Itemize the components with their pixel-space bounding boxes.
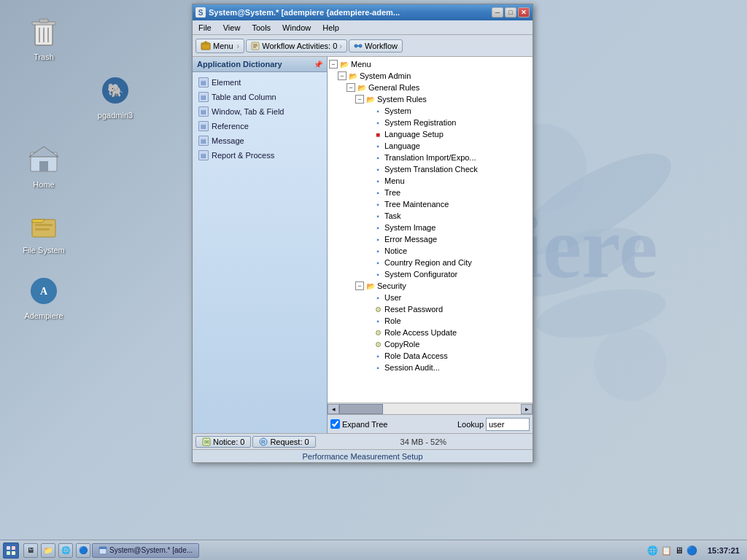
tree-node-country-region-city[interactable]: ▪ Country Region and City — [328, 257, 533, 268]
menu-file[interactable]: File — [196, 23, 214, 33]
tree-node-role-access-update[interactable]: ⚙ Role Access Update — [328, 327, 533, 338]
maximize-button[interactable]: □ — [505, 7, 516, 18]
tree-container[interactable]: − 📂 Menu − 📂 System Admin − 📂 Gen — [328, 57, 533, 402]
taskbar-icon-2[interactable]: 📁 — [41, 543, 55, 558]
desktop-icon-home[interactable]: Home — [15, 142, 73, 189]
taskbar-icon-3[interactable]: 🌐 — [58, 543, 73, 558]
tree-node-general-rules[interactable]: − 📂 General Rules — [328, 82, 533, 93]
tree-node-system-registration[interactable]: ▪ System Registration — [328, 117, 533, 128]
expand-tree-label[interactable]: Expand Tree — [342, 420, 387, 429]
element-icon: ▤ — [198, 77, 209, 88]
tree-node-tree-maintenance[interactable]: ▪ Tree Maintenance — [328, 198, 533, 210]
tree-node-session-audit[interactable]: ▪ Session Audit... — [328, 362, 533, 373]
tree-node-role[interactable]: ▪ Role — [328, 315, 533, 327]
menu-window[interactable]: Window — [279, 23, 314, 33]
notice-icon: ✉ — [202, 438, 211, 446]
tree-label-system-image: System Image — [384, 223, 436, 232]
tree-node-system[interactable]: ▪ System — [328, 105, 533, 117]
scroll-track[interactable] — [339, 404, 521, 414]
taskbar-sys-icon-4[interactable]: 🔵 — [686, 545, 697, 556]
svg-text:🐘: 🐘 — [107, 82, 124, 98]
system-rules-folder-icon: 📂 — [365, 94, 376, 104]
tree-node-security[interactable]: − 📂 Security — [328, 280, 533, 292]
close-button[interactable]: ✕ — [518, 7, 530, 18]
app-window: S System@System.* [adempiere {adempiere-… — [192, 4, 533, 463]
svg-rect-35 — [7, 546, 10, 550]
taskbar-start-button[interactable] — [3, 542, 19, 559]
tree-node-language-setup[interactable]: ■ Language Setup — [328, 128, 533, 140]
desktop-icon-trash[interactable]: Trash — [15, 15, 73, 61]
taskbar-window-button[interactable]: System@System.* [ade... — [92, 543, 199, 558]
menu-help[interactable]: Help — [320, 23, 342, 33]
horizontal-scrollbar[interactable]: ◂ ▸ — [328, 402, 533, 414]
country-region-city-item-icon: ▪ — [373, 257, 383, 268]
tree-label-role: Role — [384, 316, 401, 325]
taskbar-sys-icon-1[interactable]: 🌐 — [647, 545, 658, 556]
tree-node-translation-import-export[interactable]: ▪ Translation Import/Expo... — [328, 152, 533, 163]
menu-tools[interactable]: Tools — [249, 23, 274, 33]
tree-node-notice[interactable]: ▪ Notice — [328, 245, 533, 257]
lookup-input[interactable] — [486, 418, 530, 431]
left-panel-item-element[interactable]: ▤ Element — [193, 75, 327, 90]
toolbar-workflow-button[interactable]: Workflow — [349, 39, 403, 52]
menu-bar: File View Tools Window Help — [193, 20, 533, 35]
system-image-item-icon: ▪ — [373, 222, 383, 233]
expand-tree-checkbox[interactable] — [330, 419, 340, 429]
taskbar-right: 🌐 📋 🖥 🔵 15:37:21 — [647, 545, 744, 556]
left-panel-item-reference[interactable]: ▤ Reference — [193, 119, 327, 133]
svg-rect-16 — [39, 161, 48, 171]
taskbar-sys-icon-2[interactable]: 📋 — [661, 545, 672, 556]
tree-node-menu[interactable]: − 📂 Menu — [328, 58, 533, 70]
tree-node-error-message[interactable]: ▪ Error Message — [328, 233, 533, 245]
title-bar: S System@System.* [adempiere {adempiere-… — [193, 4, 533, 20]
left-panel-item-report-process[interactable]: ▤ Report & Process — [193, 148, 327, 163]
tree-node-copyrole[interactable]: ⚙ CopyRole — [328, 338, 533, 350]
taskbar-icon-1[interactable]: 🖥 — [23, 543, 38, 558]
desktop-icon-pgadmin3[interactable]: 🐘 pgadmin3 — [86, 73, 144, 120]
expand-menu[interactable]: − — [329, 60, 338, 69]
desktop-icon-filesystem[interactable]: File System — [15, 208, 73, 254]
menu-view[interactable]: View — [220, 23, 244, 33]
scroll-right-button[interactable]: ▸ — [521, 404, 533, 414]
request-button[interactable]: R Request: 0 — [252, 436, 315, 448]
tree-node-role-data-access[interactable]: ▪ Role Data Access — [328, 350, 533, 362]
tree-label-role-access-update: Role Access Update — [384, 328, 457, 337]
tree-node-task[interactable]: ▪ Task — [328, 210, 533, 222]
home-icon — [26, 142, 61, 177]
expand-system-rules[interactable]: − — [355, 95, 364, 104]
minimize-button[interactable]: ─ — [492, 7, 503, 18]
svg-rect-37 — [7, 551, 10, 555]
expand-general-rules[interactable]: − — [347, 83, 355, 92]
expand-security[interactable]: − — [355, 281, 364, 290]
toolbar: Menu › Workflow Activities: 0 › — [193, 35, 533, 57]
role-access-update-item-icon: ⚙ — [373, 327, 383, 338]
desktop-icon-adempiere[interactable]: A Adempiere — [15, 273, 73, 320]
left-panel-item-message[interactable]: ▤ Message — [193, 133, 327, 148]
perf-bar[interactable]: Performance Measurement Setup — [193, 449, 533, 462]
taskbar-sys-icon-3[interactable]: 🖥 — [675, 545, 684, 556]
menu2-item-icon: ▪ — [373, 176, 383, 186]
taskbar-icon-4[interactable]: 🔵 — [76, 543, 90, 558]
pgadmin3-icon: 🐘 — [98, 73, 133, 108]
tree-node-language[interactable]: ▪ Language — [328, 140, 533, 152]
toolbar-menu-button[interactable]: Menu › — [196, 39, 244, 53]
tree-node-reset-password[interactable]: ⚙ Reset Password — [328, 303, 533, 315]
expand-system-admin[interactable]: − — [338, 71, 347, 80]
left-panel-pin[interactable]: 📌 — [314, 61, 322, 69]
scroll-left-button[interactable]: ◂ — [328, 404, 339, 414]
tree-node-user[interactable]: ▪ User — [328, 292, 533, 303]
toolbar-workflow-activities-button[interactable]: Workflow Activities: 0 › — [246, 39, 347, 52]
tree-node-system-rules[interactable]: − 📂 System Rules — [328, 93, 533, 105]
expand-tree-area: Expand Tree — [330, 419, 387, 429]
tree-node-system-configurator[interactable]: ▪ System Configurator — [328, 268, 533, 280]
left-panel-item-table-and-column[interactable]: ▤ Table and Column — [193, 90, 327, 104]
tree-node-system-image[interactable]: ▪ System Image — [328, 222, 533, 233]
tree-node-system-admin[interactable]: − 📂 System Admin — [328, 70, 533, 82]
role-item-icon: ▪ — [373, 316, 383, 326]
tree-node-system-translation-check[interactable]: ▪ System Translation Check — [328, 163, 533, 175]
notice-button[interactable]: ✉ Notice: 0 — [196, 436, 251, 448]
tree-node-menu2[interactable]: ▪ Menu — [328, 175, 533, 187]
tree-node-tree[interactable]: ▪ Tree — [328, 187, 533, 198]
left-panel-item-window-tab-field[interactable]: ▤ Window, Tab & Field — [193, 104, 327, 119]
scroll-thumb[interactable] — [339, 404, 383, 414]
